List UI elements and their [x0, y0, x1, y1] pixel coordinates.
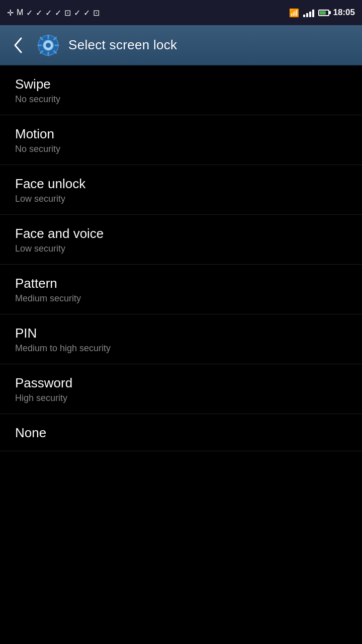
plus-icon: ✛ [7, 8, 14, 18]
clock: 18:05 [333, 8, 355, 18]
page-title: Select screen lock [68, 37, 177, 53]
back-chevron-icon [12, 36, 24, 54]
check-icon-2: ✓ [36, 8, 42, 18]
lock-option-subtitle-motion: No security [15, 144, 347, 154]
lock-option-subtitle-face-and-voice: Low security [15, 244, 347, 254]
status-bar: ✛ M ✓ ✓ ✓ ✓ ⊡ ✓ ✓ ⊡ 📶 18:05 [0, 0, 362, 25]
back-button[interactable] [8, 32, 28, 58]
check-icon-4: ✓ [55, 8, 61, 18]
lock-option-subtitle-pin: Medium to high security [15, 343, 347, 354]
lock-option-title-password: Password [15, 375, 347, 391]
wifi-icon: 📶 [289, 8, 299, 18]
lock-options-list: SwipeNo securityMotionNo securityFace un… [0, 65, 362, 451]
lock-option-motion[interactable]: MotionNo security [0, 115, 362, 165]
lock-option-none[interactable]: None [0, 414, 362, 451]
bag-icon-1: ⊡ [64, 8, 71, 18]
lock-option-title-face-and-voice: Face and voice [15, 226, 347, 242]
lock-option-title-swipe: Swipe [15, 76, 347, 92]
lock-option-title-none: None [15, 425, 347, 441]
lock-option-face-and-voice[interactable]: Face and voiceLow security [0, 215, 362, 265]
lock-option-password[interactable]: PasswordHigh security [0, 364, 362, 414]
lock-option-title-face-unlock: Face unlock [15, 176, 347, 192]
lock-option-subtitle-pattern: Medium security [15, 293, 347, 304]
status-icons: ✛ M ✓ ✓ ✓ ✓ ⊡ ✓ ✓ ⊡ [7, 8, 100, 18]
lock-option-face-unlock[interactable]: Face unlockLow security [0, 165, 362, 215]
check-icon-5: ✓ [74, 8, 80, 18]
lock-option-title-motion: Motion [15, 126, 347, 142]
check-icon-3: ✓ [45, 8, 52, 18]
check-icon-6: ✓ [83, 8, 90, 18]
lock-option-title-pin: PIN [15, 326, 347, 341]
settings-gear-icon [36, 33, 60, 57]
lock-option-pattern[interactable]: PatternMedium security [0, 265, 362, 314]
bag-icon-2: ⊡ [93, 8, 100, 18]
gear-svg [37, 34, 60, 57]
lock-option-subtitle-password: High security [15, 393, 347, 404]
lock-option-subtitle-face-unlock: Low security [15, 194, 347, 204]
signal-icon [303, 8, 314, 17]
action-bar: Select screen lock [0, 25, 362, 65]
check-icon-1: ✓ [26, 8, 33, 18]
lock-option-subtitle-swipe: No security [15, 94, 347, 105]
lock-option-title-pattern: Pattern [15, 276, 347, 291]
lock-option-swipe[interactable]: SwipeNo security [0, 65, 362, 115]
lock-option-pin[interactable]: PINMedium to high security [0, 314, 362, 364]
status-right-icons: 📶 18:05 [289, 8, 355, 18]
battery-icon [318, 10, 329, 16]
gmail-icon: M [17, 8, 23, 17]
svg-point-2 [46, 43, 51, 48]
